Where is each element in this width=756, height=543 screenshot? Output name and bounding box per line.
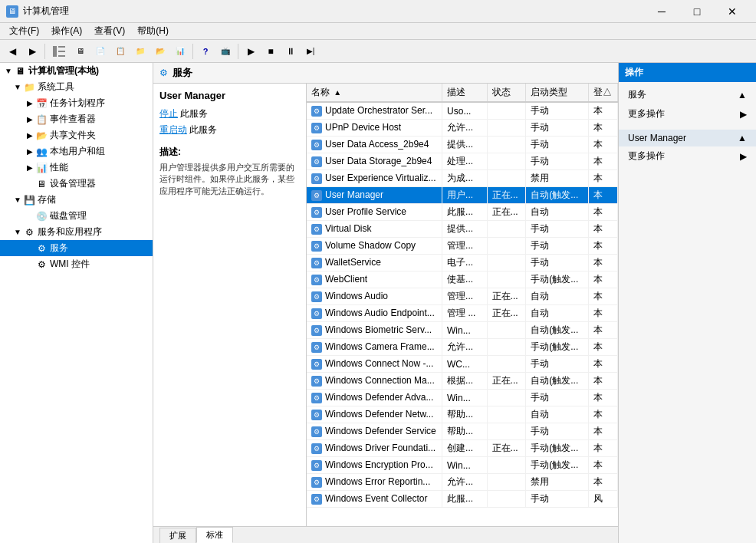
- restart-service-link[interactable]: 重启动: [159, 124, 187, 135]
- menu-action[interactable]: 操作(A): [45, 23, 88, 39]
- sidebar-item-task-scheduler[interactable]: ▶ 📅 任务计划程序: [0, 95, 153, 111]
- table-row[interactable]: ⚙Windows Driver Foundati...创建...正在...手动(…: [307, 440, 618, 457]
- service-status: [487, 120, 526, 137]
- up-button[interactable]: 🖥: [71, 43, 90, 60]
- services-section-title: 服务: [628, 88, 646, 101]
- service-name: ⚙Windows Error Reportin...: [307, 474, 442, 491]
- tab-standard[interactable]: 标准: [196, 527, 233, 543]
- service-logon: 本: [589, 102, 618, 120]
- table-row[interactable]: ⚙Virtual Disk提供...手动本: [307, 221, 618, 238]
- sidebar-item-shared-folders[interactable]: ▶ 📂 共享文件夹: [0, 127, 153, 143]
- table-row[interactable]: ⚙User Experience Virtualiz...为成...禁用本: [307, 170, 618, 187]
- restart-button[interactable]: ▶|: [301, 43, 320, 60]
- sidebar-shared-label: 共享文件夹: [50, 129, 96, 142]
- table-row[interactable]: ⚙Windows Defender Service帮助...手动本: [307, 423, 618, 440]
- table-row[interactable]: ⚙Windows Biometric Serv...Win...自动(触发...…: [307, 322, 618, 339]
- service-logon: 本: [589, 170, 618, 187]
- btn4[interactable]: 📋: [111, 43, 130, 60]
- service-icon: ⚙: [311, 190, 322, 201]
- sidebar-item-event-viewer[interactable]: ▶ 📋 事件查看器: [0, 111, 153, 127]
- col-status[interactable]: 状态: [487, 84, 526, 102]
- menu-view[interactable]: 查看(V): [88, 23, 131, 39]
- table-row[interactable]: ⚙Windows Error Reportin...允许...禁用本: [307, 474, 618, 491]
- table-row[interactable]: ⚙Windows Defender Netw...帮助...自动本: [307, 406, 618, 423]
- col-startup[interactable]: 启动类型: [526, 84, 589, 102]
- btn9[interactable]: 📺: [216, 43, 235, 60]
- table-row[interactable]: ⚙Windows Camera Frame...允许...手动(触发...本: [307, 339, 618, 356]
- btn5[interactable]: 📁: [131, 43, 150, 60]
- maximize-button[interactable]: □: [679, 0, 715, 23]
- services-table-container[interactable]: 名称 ▲ 描述 状态 启动类型: [307, 84, 618, 526]
- col-desc[interactable]: 描述: [442, 84, 488, 102]
- title-bar: 🖥 计算机管理 ─ □ ✕: [0, 0, 756, 23]
- sidebar-item-services[interactable]: ⚙ 服务: [0, 240, 153, 256]
- table-row[interactable]: ⚙UPnP Device Host允许...手动本: [307, 120, 618, 137]
- table-row[interactable]: ⚙Windows Event Collector此服...手动风: [307, 491, 618, 508]
- table-row[interactable]: ⚙User Data Storage_2b9e4处理...手动本: [307, 153, 618, 170]
- table-row[interactable]: ⚙User Profile Service此服...正在...自动本: [307, 204, 618, 221]
- table-row[interactable]: ⚙Windows Defender Adva...Win...手动本: [307, 390, 618, 406]
- task-icon: 📅: [35, 97, 48, 110]
- service-status: 正在...: [487, 373, 526, 390]
- stop-service-link[interactable]: 停止: [159, 108, 178, 119]
- table-row[interactable]: ⚙User Manager用户...正在...自动(触发...本: [307, 187, 618, 204]
- forward-button[interactable]: ▶: [23, 43, 41, 60]
- service-startup: 手动: [526, 491, 589, 508]
- services-header-title: 服务: [173, 66, 192, 80]
- back-button[interactable]: ◀: [3, 43, 21, 60]
- table-row[interactable]: ⚙Windows Encryption Pro...Win...手动(触发...…: [307, 457, 618, 474]
- sidebar-item-local-users[interactable]: ▶ 👥 本地用户和组: [0, 143, 153, 160]
- sidebar-root[interactable]: ▼ 🖥 计算机管理(本地): [0, 63, 153, 79]
- col-name[interactable]: 名称 ▲: [307, 84, 442, 102]
- btn6[interactable]: 📂: [151, 43, 169, 60]
- table-row[interactable]: ⚙Windows Connect Now -...WC...手动本: [307, 356, 618, 373]
- sidebar-item-disk-management[interactable]: 💿 磁盘管理: [0, 208, 153, 224]
- table-row[interactable]: ⚙Windows Audio管理...正在...自动本: [307, 288, 618, 305]
- btn7[interactable]: 📊: [171, 43, 189, 60]
- table-row[interactable]: ⚙WalletService电子...手动本: [307, 255, 618, 272]
- table-row[interactable]: ⚙WebClient使基...手动(触发...本: [307, 272, 618, 288]
- pause-button[interactable]: ⏸: [281, 43, 300, 60]
- menu-file[interactable]: 文件(F): [3, 23, 45, 39]
- table-row[interactable]: ⚙Windows Connection Ma...根据...正在...自动(触发…: [307, 373, 618, 390]
- stop-service-link-area: 停止 此服务: [159, 107, 300, 120]
- service-name: ⚙WalletService: [307, 255, 442, 272]
- sidebar-item-wmi[interactable]: ⚙ WMI 控件: [0, 256, 153, 272]
- right-panel-usermanager-label[interactable]: User Manager ▲: [619, 130, 756, 146]
- sidebar-item-services-apps[interactable]: ▼ ⚙ 服务和应用程序: [0, 224, 153, 240]
- table-row[interactable]: ⚙Update Orchestrator Ser...Uso...手动本: [307, 102, 618, 120]
- stop-button[interactable]: ■: [261, 43, 280, 60]
- btn3[interactable]: 📄: [91, 43, 110, 60]
- service-icon: ⚙: [311, 460, 322, 471]
- right-panel-services-label[interactable]: 服务 ▲: [619, 85, 756, 104]
- service-logon: 本: [589, 204, 618, 221]
- help-button[interactable]: ?: [196, 43, 215, 60]
- right-panel-more-actions-1[interactable]: 更多操作 ▶: [619, 104, 756, 123]
- sidebar-item-device-manager[interactable]: 🖥 设备管理器: [0, 176, 153, 192]
- disk-icon: 💿: [35, 210, 48, 222]
- usermanager-section-title: User Manager: [628, 133, 686, 143]
- table-row[interactable]: ⚙User Data Access_2b9e4提供...手动本: [307, 137, 618, 153]
- tab-expand[interactable]: 扩展: [159, 528, 196, 543]
- show-hide-tree-button[interactable]: [48, 43, 70, 60]
- service-name: ⚙Windows Audio Endpoint...: [307, 305, 442, 322]
- minimize-button[interactable]: ─: [644, 0, 679, 23]
- service-icon: ⚙: [311, 477, 322, 488]
- play-button[interactable]: ▶: [242, 43, 260, 60]
- service-desc: 为成...: [442, 170, 488, 187]
- col-logon[interactable]: 登△: [589, 84, 618, 102]
- service-desc: 使基...: [442, 272, 488, 288]
- sidebar-item-storage[interactable]: ▼ 💾 存储: [0, 192, 153, 208]
- close-button[interactable]: ✕: [715, 0, 750, 23]
- service-icon: ⚙: [311, 241, 322, 252]
- shared-expand-icon: ▶: [25, 130, 35, 141]
- sidebar-item-performance[interactable]: ▶ 📊 性能: [0, 160, 153, 176]
- service-name: ⚙Windows Defender Service: [307, 423, 442, 440]
- sidebar-item-system-tools[interactable]: ▼ 📁 系统工具: [0, 79, 153, 95]
- table-row[interactable]: ⚙Volume Shadow Copy管理...手动本: [307, 238, 618, 255]
- table-row[interactable]: ⚙Windows Audio Endpoint...管理 ...正在...自动本: [307, 305, 618, 322]
- menu-help[interactable]: 帮助(H): [131, 23, 175, 39]
- right-panel-more-actions-2[interactable]: 更多操作 ▶: [619, 146, 756, 166]
- stop-service-text: 此服务: [180, 108, 208, 119]
- service-desc: Win...: [442, 457, 488, 474]
